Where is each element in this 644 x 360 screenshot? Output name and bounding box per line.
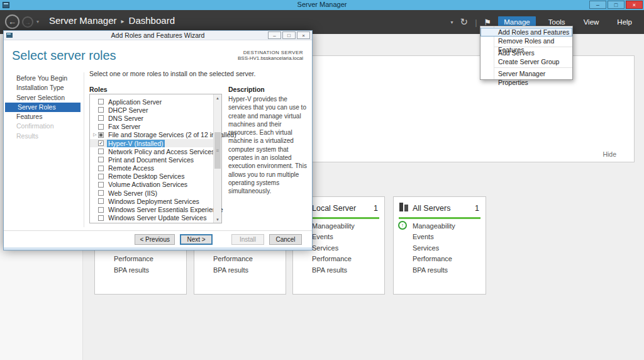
wizard-heading: Select server roles: [12, 48, 116, 63]
wizard-titlebar[interactable]: Add Roles and Features Wizard – □ ×: [4, 31, 312, 40]
role-application-server[interactable]: Application Server: [90, 98, 213, 106]
tile-row-services[interactable]: Services: [312, 244, 338, 252]
step-before-you-begin[interactable]: Before You Begin: [4, 74, 80, 83]
menu-view[interactable]: View: [578, 16, 605, 28]
role-checkbox[interactable]: [98, 157, 104, 162]
role-dns-server[interactable]: DNS Server: [90, 114, 213, 122]
footer-divider: [4, 230, 312, 231]
wizard-nav-divider: [84, 72, 84, 227]
scroll-up-icon[interactable]: ▲: [214, 94, 221, 101]
step-features[interactable]: Features: [4, 112, 80, 121]
server-manager-screen: Server Manager – □ × ← → ▾ Server Manage…: [0, 0, 644, 360]
scrollbar-thumb[interactable]: ≡: [214, 132, 221, 169]
menu-separator: [494, 67, 572, 68]
close-icon[interactable]: ×: [626, 1, 643, 9]
minimize-icon[interactable]: –: [589, 1, 606, 9]
cancel-button[interactable]: Cancel: [269, 234, 302, 245]
tile-row-performance[interactable]: Performance: [114, 255, 153, 262]
role-checkbox[interactable]: [98, 174, 104, 179]
tile-row-services[interactable]: Services: [413, 244, 439, 252]
tile-row-events[interactable]: Events: [413, 233, 434, 240]
maximize-icon[interactable]: □: [282, 31, 296, 39]
breadcrumb-root[interactable]: Server Manager: [49, 15, 117, 26]
wizard-instruction: Select one or more roles to install on t…: [89, 70, 255, 77]
role-checkbox[interactable]: [98, 198, 104, 204]
tile-row-performance[interactable]: Performance: [413, 255, 452, 262]
description-text: Hyper-V provides the services that you c…: [228, 95, 309, 196]
all-servers-tile[interactable]: All Servers 1 ↑ Manageability Events Ser…: [393, 196, 486, 295]
role-volume-activation[interactable]: Volume Activation Services: [90, 181, 213, 189]
role-dhcp-server[interactable]: DHCP Server: [90, 106, 213, 114]
scroll-down-icon[interactable]: ▼: [214, 216, 221, 223]
tile-row-manageability[interactable]: Manageability: [413, 222, 455, 230]
step-server-roles[interactable]: Server Roles: [5, 103, 80, 112]
previous-button[interactable]: < Previous: [135, 234, 175, 245]
menu-item-create-server-group[interactable]: Create Server Group: [480, 57, 572, 66]
tile-row-bpa[interactable]: BPA results: [413, 266, 448, 274]
role-wsus[interactable]: Windows Server Update Services: [90, 214, 213, 222]
restore-icon[interactable]: □: [608, 1, 625, 9]
step-server-selection[interactable]: Server Selection: [4, 93, 80, 103]
role-network-policy[interactable]: Network Policy and Access Services: [90, 147, 213, 155]
destination-server-block: DESTINATION SERVER BSS-HV1.bsskancelaria…: [238, 50, 303, 61]
grip-icon: ≡: [216, 148, 219, 154]
role-checkbox[interactable]: [98, 215, 104, 221]
role-web-server-iis[interactable]: Web Server (IIS): [90, 189, 213, 197]
role-checkbox[interactable]: [98, 190, 104, 196]
check-icon: ✓: [99, 141, 103, 146]
role-checkbox[interactable]: [98, 149, 104, 154]
next-button[interactable]: Next >: [180, 234, 213, 245]
notifications-caret-icon[interactable]: ▾: [451, 20, 453, 25]
role-file-storage-services[interactable]: ▷File and Storage Services (2 of 12 inst…: [90, 131, 213, 139]
role-windows-deployment[interactable]: Windows Deployment Services: [90, 197, 213, 205]
role-checkbox[interactable]: [98, 166, 104, 171]
roles-scrollbar[interactable]: ▲ ≡ ▼: [213, 94, 221, 223]
step-installation-type[interactable]: Installation Type: [4, 83, 80, 93]
role-checkbox[interactable]: [98, 115, 104, 121]
roles-list-label: Roles: [89, 86, 108, 93]
hide-link[interactable]: Hide: [602, 150, 616, 158]
menu-item-server-manager-properties[interactable]: Server Manager Properties: [480, 69, 572, 78]
role-checkbox[interactable]: [98, 99, 104, 104]
expander-icon[interactable]: ▷: [92, 132, 98, 137]
role-checkbox-indeterminate[interactable]: [98, 132, 104, 138]
role-print-document[interactable]: Print and Document Services: [90, 155, 213, 164]
tile-row-performance[interactable]: Performance: [312, 255, 352, 262]
minimize-icon[interactable]: –: [268, 31, 281, 39]
role-server-essentials[interactable]: Windows Server Essentials Experience: [90, 205, 213, 213]
role-remote-desktop[interactable]: Remote Desktop Services: [90, 172, 213, 181]
tile-row-bpa[interactable]: BPA results: [312, 266, 347, 274]
role-hyper-v[interactable]: ✓Hyper-V (Installed): [90, 139, 213, 147]
menu-item-add-roles-and-features[interactable]: Add Roles and Features: [480, 28, 572, 37]
role-checkbox[interactable]: [98, 124, 104, 130]
roles-list: Application Server DHCP Server DNS Serve…: [90, 94, 213, 223]
role-checkbox[interactable]: [98, 182, 104, 188]
wizard-title: Add Roles and Features Wizard: [4, 31, 312, 39]
tile-row-manageability[interactable]: Manageability: [312, 222, 355, 230]
role-remote-access[interactable]: Remote Access: [90, 164, 213, 172]
nav-history-caret-icon[interactable]: ▾: [36, 19, 39, 25]
window-title: Server Manager: [0, 1, 644, 8]
tile-row-performance[interactable]: Performance: [213, 255, 253, 262]
tile-row-events[interactable]: Events: [312, 233, 333, 240]
toolbar-divider: |: [475, 18, 477, 27]
refresh-icon[interactable]: ↻: [460, 16, 469, 28]
tile-title: Local Server: [312, 204, 356, 213]
breadcrumb-current[interactable]: Dashboard: [129, 15, 175, 26]
tile-count: 1: [374, 204, 378, 213]
role-checkbox[interactable]: [98, 207, 104, 213]
menu-item-remove-roles-and-features[interactable]: Remove Roles and Features: [480, 37, 572, 45]
back-icon[interactable]: ←: [5, 14, 19, 29]
window-titlebar: Server Manager – □ ×: [0, 0, 644, 10]
role-checkbox-checked[interactable]: ✓: [98, 140, 104, 146]
role-fax-server[interactable]: Fax Server: [90, 123, 213, 131]
close-icon[interactable]: ×: [297, 31, 310, 39]
menu-item-add-servers[interactable]: Add Servers: [480, 48, 572, 57]
window-controls: – □ ×: [589, 1, 643, 9]
tile-row-bpa[interactable]: BPA results: [114, 266, 149, 274]
breadcrumb-separator-icon: ▸: [117, 18, 129, 25]
menu-help[interactable]: Help: [611, 16, 638, 28]
tile-row-bpa[interactable]: BPA results: [213, 266, 248, 274]
role-checkbox[interactable]: [98, 107, 104, 113]
forward-icon[interactable]: →: [22, 16, 33, 28]
